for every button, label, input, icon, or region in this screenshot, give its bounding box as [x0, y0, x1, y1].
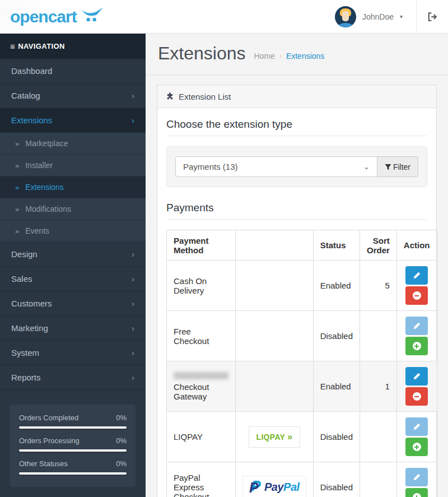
- sort-order: [360, 412, 397, 462]
- double-arrow-icon: »: [15, 161, 19, 170]
- sidebar-subitem-extensions[interactable]: » Extensions: [0, 176, 146, 198]
- pencil-icon: [413, 473, 421, 481]
- col-action: Action: [396, 230, 437, 261]
- stat-orders-processing: Orders Processing 0%: [19, 436, 127, 452]
- install-button[interactable]: [405, 337, 428, 355]
- payments-table: Payment Method Status Sort Order Action …: [166, 230, 437, 497]
- logo-cell: LIQPAY »: [236, 412, 314, 462]
- logout-icon: [427, 12, 437, 22]
- sidebar-item-dashboard[interactable]: Dashboard: [0, 59, 146, 83]
- sidebar-item-sales[interactable]: Sales ›: [0, 267, 146, 291]
- progress-bar: [19, 449, 127, 452]
- sidebar: ≡ NAVIGATION Dashboard Catalog › Extensi…: [0, 34, 146, 497]
- pencil-icon: [413, 423, 421, 430]
- sidebar-item-marketing[interactable]: Marketing ›: [0, 316, 146, 341]
- chevron-right-icon: ›: [132, 348, 134, 357]
- col-payment-method: Payment Method: [167, 230, 236, 261]
- logo-text: opencart: [10, 7, 77, 26]
- plus-circle-icon: [413, 342, 421, 350]
- chevron-down-icon: ▾: [400, 13, 403, 20]
- logo-cell: P P PayPal: [236, 462, 314, 497]
- chevron-right-icon: ›: [132, 373, 134, 382]
- sidebar-subitem-modifications[interactable]: » Modifications: [0, 198, 146, 220]
- main-area: ≡ NAVIGATION Dashboard Catalog › Extensi…: [0, 34, 448, 497]
- install-button[interactable]: [405, 438, 428, 456]
- panel-body: Choose the extension type Payments (13) …: [157, 108, 436, 497]
- sidebar-subitem-installer[interactable]: » Installer: [0, 155, 146, 176]
- payments-heading: Payments: [166, 202, 427, 220]
- chevron-right-icon: ›: [132, 323, 134, 333]
- extension-list-panel: Extension List Choose the extension type…: [157, 85, 437, 497]
- chevron-right-icon: ›: [132, 115, 134, 125]
- chevron-right-icon: ›: [132, 299, 134, 308]
- col-logo: [236, 230, 314, 261]
- edit-button[interactable]: [405, 417, 428, 436]
- table-row: LIQPAY LIQPAY » Disabled: [167, 412, 437, 462]
- opencart-logo[interactable]: opencart: [0, 0, 146, 33]
- plus-circle-icon: [413, 443, 421, 451]
- stat-value: 0%: [116, 459, 127, 468]
- user-menu[interactable]: JohnDoe ▾: [321, 0, 416, 33]
- stat-orders-completed: Orders Completed 0%: [19, 414, 127, 429]
- stat-other-statuses: Other Statuses 0%: [19, 459, 127, 475]
- logo-cell: [236, 261, 314, 311]
- status: Disabled: [313, 311, 360, 361]
- double-arrow-icon: »: [15, 205, 19, 213]
- payment-method: Checkout Gateway: [167, 361, 236, 412]
- logout-button[interactable]: [417, 0, 448, 33]
- logo-cell: [236, 361, 314, 412]
- sidebar-item-system[interactable]: System ›: [0, 341, 146, 365]
- filter-funnel-icon: [385, 164, 391, 170]
- filter-input-group: Payments (13) ⌄ Filter: [175, 156, 418, 177]
- hamburger-icon: ≡: [10, 42, 15, 50]
- sidebar-item-catalog[interactable]: Catalog ›: [0, 83, 146, 108]
- sidebar-item-reports[interactable]: Reports ›: [0, 365, 146, 390]
- panel-title: Extension List: [179, 92, 231, 101]
- liqpay-logo: LIQPAY »: [249, 426, 301, 448]
- user-name: JohnDoe: [362, 12, 394, 21]
- panel-heading: Extension List: [157, 85, 436, 108]
- uninstall-button[interactable]: [405, 387, 428, 406]
- edit-button[interactable]: [405, 367, 428, 385]
- filter-button[interactable]: Filter: [377, 156, 418, 177]
- status: Enabled: [313, 361, 360, 412]
- breadcrumb-home-link[interactable]: Home: [254, 52, 275, 61]
- action-cell: [396, 311, 437, 361]
- navigation-header: ≡ NAVIGATION: [0, 34, 146, 59]
- sort-order: 1: [360, 361, 397, 412]
- redacted-text: [174, 372, 228, 379]
- plus-circle-icon: [413, 493, 421, 497]
- edit-button[interactable]: [405, 266, 428, 285]
- install-button[interactable]: [405, 488, 428, 497]
- chevron-right-icon: ›: [132, 274, 134, 284]
- paypal-logo: P P PayPal: [242, 476, 306, 497]
- edit-button[interactable]: [405, 317, 428, 335]
- select-value: Payments (13): [183, 162, 238, 171]
- sidebar-item-extensions[interactable]: Extensions ›: [0, 108, 146, 133]
- user-avatar: [335, 6, 356, 27]
- action-cell: [396, 412, 437, 462]
- sidebar-subitem-marketplace[interactable]: » Marketplace: [0, 133, 146, 155]
- progress-bar: [19, 472, 127, 475]
- page-header: Extensions Home › Extensions: [146, 34, 448, 75]
- cart-icon: [81, 6, 104, 22]
- table-header-row: Payment Method Status Sort Order Action: [167, 230, 437, 261]
- filter-well: Payments (13) ⌄ Filter: [166, 146, 427, 187]
- double-arrow-icon: »: [15, 183, 19, 192]
- sidebar-item-design[interactable]: Design ›: [0, 242, 146, 267]
- double-arrow-icon: »: [15, 227, 19, 235]
- pencil-icon: [413, 373, 421, 380]
- status: Enabled: [313, 261, 360, 311]
- header-right: JohnDoe ▾: [321, 0, 448, 33]
- breadcrumb-extensions-link[interactable]: Extensions: [286, 52, 324, 61]
- edit-button[interactable]: [405, 468, 428, 486]
- extension-type-select[interactable]: Payments (13) ⌄: [175, 156, 377, 177]
- sidebar-subitem-events[interactable]: » Events: [0, 220, 146, 242]
- double-arrow-icon: »: [15, 140, 19, 148]
- action-cell: [396, 261, 437, 311]
- top-header: opencart JohnDoe ▾: [0, 0, 448, 34]
- choose-type-heading: Choose the extension type: [166, 118, 427, 136]
- opencart-admin: opencart JohnDoe ▾: [0, 0, 448, 497]
- uninstall-button[interactable]: [405, 286, 428, 305]
- sidebar-item-customers[interactable]: Customers ›: [0, 291, 146, 316]
